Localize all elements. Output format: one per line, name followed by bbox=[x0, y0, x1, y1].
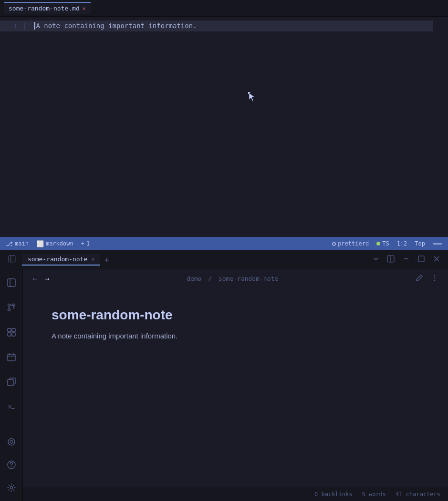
preview-nav-bar: ← → demo / some-random-note bbox=[23, 269, 448, 288]
editor-section: some-random-note.md × 1 | A note contain… bbox=[0, 0, 448, 250]
preview-note-body: A note containing important information. bbox=[52, 330, 419, 342]
svg-rect-17 bbox=[8, 354, 15, 361]
editor-tab-some-random-note[interactable]: some-random-note.md × bbox=[4, 2, 91, 14]
sidebar bbox=[0, 269, 23, 501]
svg-point-28 bbox=[434, 275, 435, 276]
sidebar-icon-extensions[interactable] bbox=[4, 325, 19, 340]
sidebar-icon-settings[interactable] bbox=[4, 480, 19, 495]
more-options-button[interactable] bbox=[429, 272, 440, 286]
breadcrumb: demo / some-random-note bbox=[55, 275, 410, 282]
svg-rect-13 bbox=[8, 328, 11, 332]
character-count: 41 characters bbox=[396, 491, 440, 498]
editor-status-bar: ⎇ main ⬜ markdown + 1 ⚙ prettierd TS 1:2… bbox=[0, 237, 448, 250]
svg-point-27 bbox=[10, 487, 12, 489]
sidebar-icon-git[interactable] bbox=[4, 300, 19, 315]
cursor-position[interactable]: 1:2 bbox=[397, 240, 407, 247]
preview-body: ← → demo / some-random-note bbox=[0, 269, 448, 501]
git-branch-status[interactable]: ⎇ main bbox=[6, 240, 29, 247]
sidebar-icon-panel[interactable] bbox=[4, 275, 19, 290]
ts-dot bbox=[376, 242, 380, 245]
svg-point-26 bbox=[11, 466, 12, 467]
prettier-icon: ⚙ bbox=[332, 240, 336, 247]
svg-rect-5 bbox=[418, 256, 424, 262]
svg-rect-8 bbox=[8, 279, 15, 286]
status-right-items: ⚙ prettierd TS 1:2 Top bbox=[332, 240, 442, 247]
sidebar-icon-puzzle[interactable] bbox=[4, 434, 19, 450]
svg-point-10 bbox=[8, 304, 10, 307]
preview-title-bar: some-random-note × + bbox=[0, 250, 448, 269]
language-icon: ⬜ bbox=[36, 240, 44, 247]
diff-plus: + bbox=[81, 240, 84, 247]
preview-tab-some-random-note[interactable]: some-random-note × bbox=[22, 254, 100, 266]
breadcrumb-separator: / bbox=[208, 275, 212, 282]
split-view-button[interactable] bbox=[385, 253, 396, 266]
edit-button[interactable] bbox=[414, 272, 425, 286]
git-branch-name: main bbox=[15, 240, 29, 247]
line-separator: | bbox=[23, 20, 27, 31]
editor-tab-bar: some-random-note.md × bbox=[0, 0, 448, 17]
preview-tab-add-button[interactable]: + bbox=[102, 255, 111, 265]
preview-tab-list: some-random-note × + bbox=[22, 254, 367, 266]
scroll-position: Top bbox=[415, 240, 425, 247]
svg-rect-15 bbox=[8, 333, 11, 336]
git-branch-icon: ⎇ bbox=[6, 240, 13, 247]
prettier-label: prettierd bbox=[338, 240, 369, 247]
mouse-cursor bbox=[248, 92, 256, 102]
preview-tab-close[interactable]: × bbox=[91, 256, 94, 263]
svg-rect-16 bbox=[12, 333, 15, 336]
svg-point-29 bbox=[434, 277, 435, 278]
preview-main: ← → demo / some-random-note bbox=[23, 269, 448, 501]
tab-close-button[interactable]: × bbox=[83, 5, 86, 12]
preview-section: some-random-note × + bbox=[0, 250, 448, 501]
svg-point-12 bbox=[8, 309, 10, 311]
prettier-status[interactable]: ⚙ prettierd bbox=[332, 240, 369, 247]
word-count: 5 words bbox=[362, 491, 386, 498]
breadcrumb-part-2[interactable]: some-random-note bbox=[219, 275, 278, 282]
line-number-1: 1 bbox=[8, 21, 17, 31]
sidebar-icon-terminal[interactable] bbox=[4, 399, 19, 414]
diff-count: 1 bbox=[86, 240, 90, 247]
sidebar-icon-calendar[interactable] bbox=[4, 349, 19, 365]
maximize-button[interactable] bbox=[416, 253, 427, 266]
ts-label: TS bbox=[382, 240, 389, 247]
sidebar-icon-copy[interactable] bbox=[4, 374, 19, 389]
svg-point-24 bbox=[10, 440, 13, 443]
dropdown-button[interactable] bbox=[371, 254, 381, 266]
editor-content-area[interactable]: 1 | A note containing important informat… bbox=[0, 17, 448, 237]
breadcrumb-part-1[interactable]: demo bbox=[187, 275, 201, 282]
tab-filename: some-random-note.md bbox=[9, 5, 80, 12]
preview-content-area: some-random-note A note containing impor… bbox=[23, 288, 448, 487]
language-status[interactable]: ⬜ markdown bbox=[36, 240, 73, 247]
forward-button[interactable]: → bbox=[43, 272, 52, 285]
svg-point-30 bbox=[434, 279, 435, 280]
panel-toggle-button[interactable] bbox=[6, 253, 18, 267]
svg-rect-14 bbox=[12, 328, 15, 332]
preview-note-title: some-random-note bbox=[52, 307, 419, 323]
close-button[interactable] bbox=[431, 253, 442, 266]
line-content-1: A note containing important information. bbox=[34, 20, 197, 31]
backlinks-count: 0 backlinks bbox=[314, 491, 352, 498]
ts-status[interactable]: TS bbox=[376, 240, 389, 247]
svg-point-23 bbox=[8, 439, 15, 445]
status-spacer bbox=[433, 243, 442, 245]
svg-rect-21 bbox=[8, 379, 13, 386]
sidebar-icon-help[interactable] bbox=[4, 457, 19, 472]
editor-line-1: 1 | A note containing important informat… bbox=[0, 20, 433, 31]
svg-rect-0 bbox=[9, 256, 15, 262]
nav-action-buttons bbox=[414, 272, 440, 286]
back-button[interactable]: ← bbox=[31, 272, 39, 285]
position-text: 1:2 bbox=[397, 240, 407, 247]
minimize-button[interactable] bbox=[400, 253, 412, 266]
sidebar-bottom-icons bbox=[4, 434, 19, 495]
diff-status[interactable]: + 1 bbox=[81, 240, 90, 247]
language-name: markdown bbox=[46, 240, 73, 247]
preview-title-actions bbox=[371, 253, 442, 266]
preview-status-bar: 0 backlinks 5 words 41 characters bbox=[23, 487, 448, 501]
preview-tab-label: some-random-note bbox=[28, 256, 87, 263]
scroll-text: Top bbox=[415, 240, 425, 247]
